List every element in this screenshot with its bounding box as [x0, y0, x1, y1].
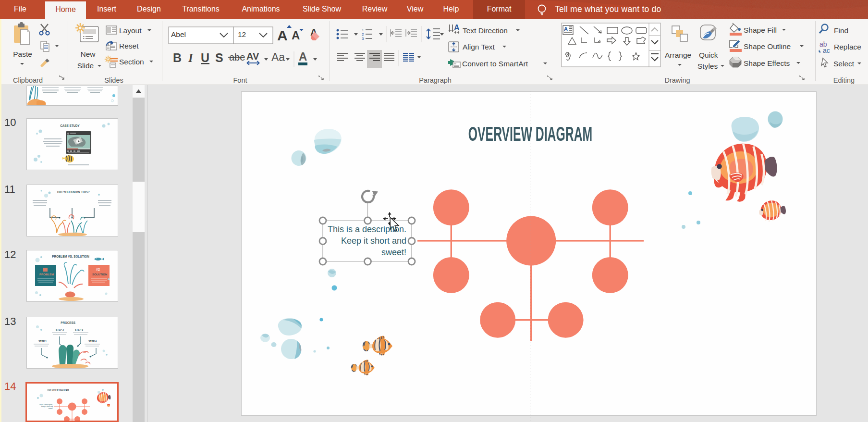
svg-text:OVERVIEW DIAGRAM: OVERVIEW DIAGRAM — [48, 388, 69, 392]
svg-text:STEP 3: STEP 3 — [75, 328, 83, 331]
svg-text:I: I — [188, 51, 194, 64]
svg-text:A: A — [277, 27, 288, 43]
svg-text:A: A — [299, 50, 307, 63]
svg-text:B: B — [173, 51, 182, 64]
svg-text:Aa: Aa — [271, 51, 285, 63]
svg-text:CASE STUDY: CASE STUDY — [60, 124, 80, 127]
svg-text:A: A — [454, 24, 460, 32]
svg-text:STEP 4: STEP 4 — [88, 340, 97, 343]
svg-text:#2: #2 — [96, 268, 100, 271]
svg-text:S: S — [215, 51, 223, 64]
svg-text:1: 1 — [362, 28, 364, 32]
svg-text:STEP 2: STEP 2 — [56, 328, 64, 331]
svg-text:sweet!: sweet! — [49, 408, 53, 410]
svg-text:U: U — [201, 51, 209, 64]
svg-text:PROCESS: PROCESS — [61, 321, 75, 324]
svg-text:PROBLEM: PROBLEM — [39, 273, 54, 276]
svg-text:3: 3 — [362, 37, 364, 41]
svg-text:AV: AV — [246, 51, 259, 62]
svg-text:DID YOU KNOW THIS?: DID YOU KNOW THIS? — [57, 190, 90, 194]
svg-text:SOLUTION: SOLUTION — [92, 273, 107, 276]
svg-text:ac: ac — [823, 47, 830, 54]
svg-text:A: A — [564, 26, 568, 32]
svg-text:STEP 1: STEP 1 — [38, 340, 47, 343]
svg-text:A: A — [292, 29, 300, 42]
svg-text:2: 2 — [362, 32, 364, 37]
svg-text:PROBLEM VS. SOLUTION: PROBLEM VS. SOLUTION — [52, 255, 89, 258]
